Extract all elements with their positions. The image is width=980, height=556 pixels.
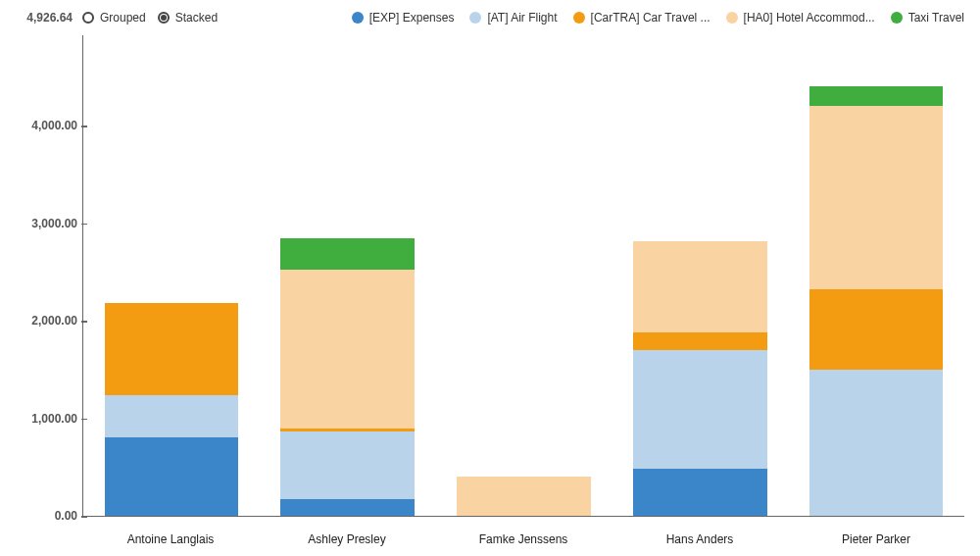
bar-slot [612, 35, 788, 516]
legend: [EXP] Expenses[AT] Air Flight[CarTRA] Ca… [352, 11, 980, 25]
bar-segment-car[interactable] [809, 289, 944, 370]
x-axis-label: Antoine Langlais [82, 532, 259, 546]
mode-toggle-group: Grouped Stacked [82, 11, 218, 25]
x-axis-label: Famke Jenssens [435, 532, 612, 546]
bar-slot [436, 35, 612, 516]
bar-segment-exp[interactable] [633, 469, 767, 516]
stacked-bar[interactable] [457, 35, 591, 516]
y-tick-label: 4,000.00 [15, 119, 77, 132]
y-tick-label: 2,000.00 [15, 314, 77, 328]
mode-stacked[interactable]: Stacked [158, 11, 218, 25]
bar-segment-hotel[interactable] [809, 106, 944, 289]
bar-segment-hotel[interactable] [280, 270, 415, 428]
x-axis-label: Ashley Presley [259, 532, 435, 546]
x-axis-labels: Antoine LanglaisAshley PresleyFamke Jens… [82, 532, 964, 546]
legend-label: [CarTRA] Car Travel ... [591, 11, 710, 25]
legend-label: Taxi Travel [908, 11, 964, 25]
legend-item-exp[interactable]: [EXP] Expenses [352, 11, 455, 25]
x-axis-label: Pieter Parker [788, 532, 964, 546]
bar-segment-air[interactable] [633, 350, 767, 469]
plot-area: 0.001,000.002,000.003,000.004,000.00 [82, 35, 964, 517]
stacked-bar[interactable] [633, 35, 767, 516]
bar-segment-air[interactable] [809, 370, 944, 516]
y-tick-label: 1,000.00 [15, 412, 77, 426]
mode-grouped-label: Grouped [100, 11, 146, 25]
stacked-bar[interactable] [809, 35, 944, 516]
y-tick-label: 3,000.00 [15, 217, 77, 230]
y-tick-mark [81, 224, 87, 226]
bar-segment-taxi[interactable] [280, 238, 415, 271]
bar-segment-exp[interactable] [105, 437, 239, 516]
bar-segment-hotel[interactable] [457, 477, 591, 516]
bar-segment-taxi[interactable] [809, 86, 944, 106]
legend-swatch-icon [891, 12, 903, 24]
radio-filled-icon [158, 12, 170, 24]
legend-swatch-icon [352, 12, 364, 24]
legend-label: [AT] Air Flight [487, 11, 557, 25]
legend-item-air[interactable]: [AT] Air Flight [469, 11, 557, 25]
bar-segment-car[interactable] [105, 303, 239, 395]
chart-container: { "controls": { "grouped_label": "Groupe… [0, 0, 980, 556]
bar-segment-air[interactable] [280, 431, 415, 499]
legend-label: [HA0] Hotel Accommod... [744, 11, 875, 25]
bar-segment-hotel[interactable] [633, 241, 767, 332]
legend-item-car[interactable]: [CarTRA] Car Travel ... [573, 11, 710, 25]
bar-segment-air[interactable] [105, 395, 239, 438]
legend-item-taxi[interactable]: Taxi Travel [891, 11, 964, 25]
legend-label: [EXP] Expenses [369, 11, 455, 25]
bar-segment-exp[interactable] [280, 499, 415, 516]
legend-swatch-icon [573, 12, 585, 24]
chart-topbar: Grouped Stacked [EXP] Expenses[AT] Air F… [0, 0, 980, 35]
stacked-bar[interactable] [105, 35, 239, 516]
y-tick-mark [81, 419, 87, 421]
radio-empty-icon [82, 12, 94, 24]
mode-stacked-label: Stacked [175, 11, 218, 25]
stacked-bar[interactable] [280, 35, 415, 516]
bar-slot [788, 35, 964, 516]
y-tick-mark [81, 126, 87, 127]
mode-grouped[interactable]: Grouped [82, 11, 146, 25]
bar-slot [260, 35, 436, 516]
x-axis-label: Hans Anders [612, 532, 788, 546]
legend-item-hotel[interactable]: [HA0] Hotel Accommod... [726, 11, 875, 25]
legend-swatch-icon [469, 12, 481, 24]
legend-swatch-icon [726, 12, 738, 24]
bar-slot [83, 35, 260, 516]
y-tick-label: 0.00 [15, 509, 77, 523]
y-tick-mark [81, 516, 87, 518]
bar-segment-car[interactable] [633, 332, 767, 350]
y-tick-mark [81, 321, 87, 323]
bars-container [83, 35, 964, 516]
